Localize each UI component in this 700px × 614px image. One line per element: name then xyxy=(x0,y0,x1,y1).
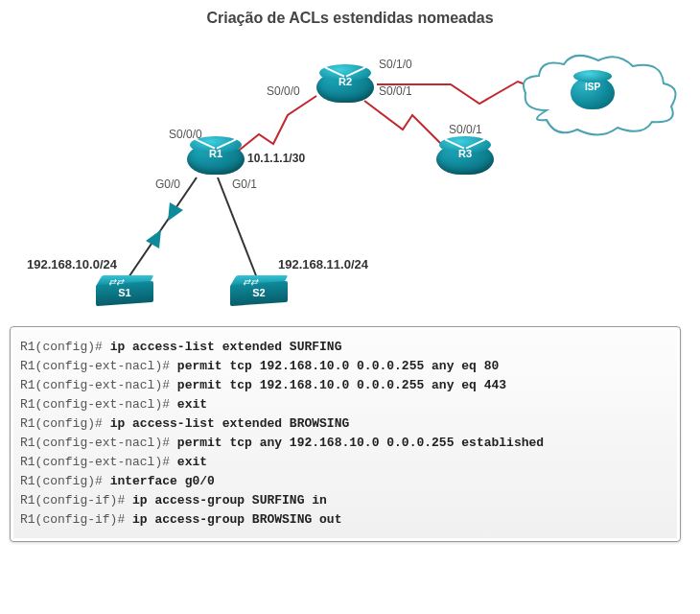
isp-node: ISP xyxy=(571,77,615,109)
cli-line: R1(config)# ip access-list extended SURF… xyxy=(20,340,670,354)
cli-prompt: R1(config-ext-nacl)# xyxy=(20,397,177,412)
link-cone-icon xyxy=(146,225,168,248)
if-label-r2-s001: S0/0/1 xyxy=(379,84,412,98)
link-cone-icon xyxy=(161,202,183,225)
if-label-r2-s010: S0/1/0 xyxy=(379,58,412,71)
if-label-r3-s001: S0/0/1 xyxy=(449,123,482,136)
switch-s1: ⇄ ⇄ S1 xyxy=(96,283,153,312)
cli-line: R1(config-ext-nacl)# permit tcp 192.168.… xyxy=(20,359,670,373)
cli-line: R1(config-ext-nacl)# permit tcp any 192.… xyxy=(20,436,670,450)
router-r2: R2 xyxy=(316,72,374,114)
switch-s2-label: S2 xyxy=(230,287,288,298)
cli-line: R1(config-ext-nacl)# permit tcp 192.168.… xyxy=(20,378,670,392)
cli-command: exit xyxy=(177,397,207,412)
diagram-canvas: Criação de ACLs estendidas nomeadas R2 R… xyxy=(0,0,700,614)
page-title: Criação de ACLs estendidas nomeadas xyxy=(0,10,700,27)
cli-prompt: R1(config)# xyxy=(20,416,110,431)
cli-command: ip access-list extended BROWSING xyxy=(110,416,350,431)
cli-command: exit xyxy=(177,455,207,469)
cli-command: ip access-group BROWSING out xyxy=(132,512,341,527)
cli-line: R1(config)# ip access-list extended BROW… xyxy=(20,416,670,431)
cli-prompt: R1(config-ext-nacl)# xyxy=(20,378,177,392)
router-r3-label: R3 xyxy=(440,148,490,159)
if-label-r1-g00: G0/0 xyxy=(155,177,180,191)
cli-prompt: R1(config)# xyxy=(20,474,110,488)
svg-line-1 xyxy=(218,177,259,283)
isp-label: ISP xyxy=(571,82,615,92)
cli-command: interface g0/0 xyxy=(110,474,215,488)
cli-command: permit tcp 192.168.10.0 0.0.0.255 any eq… xyxy=(177,378,506,392)
router-r3: R3 xyxy=(436,144,494,186)
cli-line: R1(config-if)# ip access-group BROWSING … xyxy=(20,512,670,527)
cli-command: ip access-list extended SURFING xyxy=(110,340,342,354)
addr-net-s2: 192.168.11.0/24 xyxy=(278,257,368,272)
router-r1-label: R1 xyxy=(191,148,241,159)
cli-prompt: R1(config-if)# xyxy=(20,512,132,527)
cli-prompt: R1(config)# xyxy=(20,340,110,354)
cli-line: R1(config-ext-nacl)# exit xyxy=(20,455,670,469)
cli-line: R1(config-if)# ip access-group SURFING i… xyxy=(20,493,670,508)
switch-s2: ⇄ ⇄ S2 xyxy=(230,283,288,312)
switch-s1-label: S1 xyxy=(96,287,153,298)
cli-command: permit tcp any 192.168.10.0 0.0.0.255 es… xyxy=(177,436,544,450)
cli-terminal: R1(config)# ip access-list extended SURF… xyxy=(10,326,681,542)
if-label-r1-g01: G0/1 xyxy=(232,177,257,191)
cli-line: R1(config)# interface g0/0 xyxy=(20,474,670,488)
if-label-r2-s000: S0/0/0 xyxy=(267,84,300,98)
cli-prompt: R1(config-if)# xyxy=(20,493,132,508)
cli-line: R1(config-ext-nacl)# exit xyxy=(20,397,670,412)
cli-command: ip access-group SURFING in xyxy=(132,493,327,508)
router-r2-label: R2 xyxy=(320,76,370,87)
cli-prompt: R1(config-ext-nacl)# xyxy=(20,359,177,373)
addr-r1-r2: 10.1.1.1/30 xyxy=(247,152,305,165)
cli-prompt: R1(config-ext-nacl)# xyxy=(20,455,177,469)
cli-command: permit tcp 192.168.10.0 0.0.0.255 any eq… xyxy=(177,359,499,373)
addr-net-s1: 192.168.10.0/24 xyxy=(27,257,117,272)
cli-prompt: R1(config-ext-nacl)# xyxy=(20,436,177,450)
